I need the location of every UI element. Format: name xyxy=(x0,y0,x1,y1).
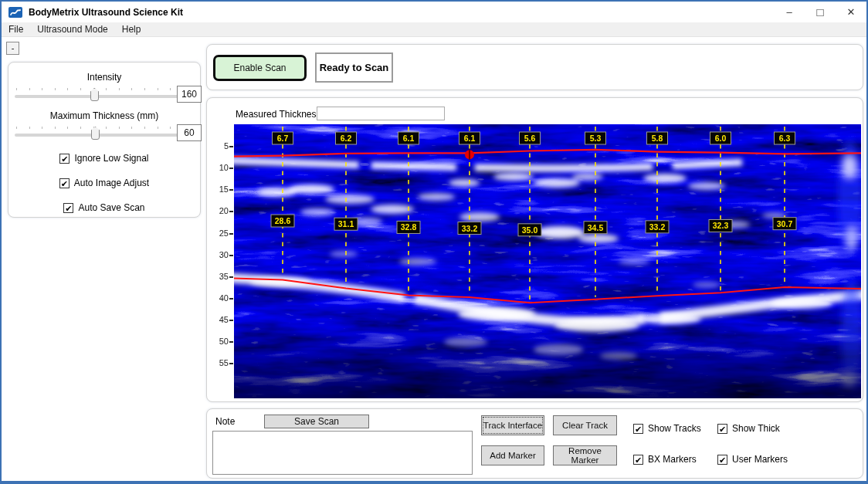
mid-thickness-label: 34.5 xyxy=(584,222,607,234)
checkbox-show-thick: ✔Show Thick xyxy=(717,418,788,438)
axis-tick-mark xyxy=(229,211,233,212)
note-label: Note xyxy=(215,416,235,427)
checkbox-show-thick-label: Show Thick xyxy=(732,423,780,434)
svg-text:32.8: 32.8 xyxy=(401,222,417,232)
svg-text:28.6: 28.6 xyxy=(275,216,291,225)
checkbox-auto-save-scan: ✔Auto Save Scan xyxy=(8,202,200,213)
checkbox-bx-markers-box[interactable]: ✔ xyxy=(633,455,643,465)
axis-tick-mark xyxy=(229,168,233,169)
axis-tick-label: 40 xyxy=(213,293,229,303)
measured-thickness-label: Measured Thickness xyxy=(236,109,321,120)
display-checkboxes: ✔Show Tracks✔Show Thick✔BX Markers✔User … xyxy=(633,418,788,469)
ultrasound-panel: Measured Thickness 510152025303540455055 xyxy=(206,97,863,402)
axis-tick-label: 20 xyxy=(213,206,229,215)
scan-control-panel: Enable Scan Ready to Scan xyxy=(206,44,863,90)
close-button[interactable]: ✕ xyxy=(836,2,866,22)
track-interface-button[interactable]: Track Interface xyxy=(481,415,544,435)
top-thickness-label: 6.0 xyxy=(710,132,731,144)
axis-tick-mark xyxy=(229,363,233,364)
axis-tick-label: 25 xyxy=(213,228,229,238)
svg-text:6.1: 6.1 xyxy=(464,134,476,143)
svg-text:6.2: 6.2 xyxy=(341,134,352,143)
app-window: BodyMetrix Ultrasound Science Kit – □ ✕ … xyxy=(0,0,868,484)
menu-file[interactable]: File xyxy=(2,22,30,36)
mid-thickness-label: 32.3 xyxy=(709,219,732,232)
svg-text:32.3: 32.3 xyxy=(713,221,729,230)
checkbox-user-markers-box[interactable]: ✔ xyxy=(717,455,727,465)
checkbox-auto-image-adjust-box[interactable]: ✔ xyxy=(59,178,70,188)
checkbox-ignore-low-signal-box[interactable]: ✔ xyxy=(59,154,70,164)
mid-thickness-label: 33.2 xyxy=(646,221,669,233)
collapse-panel-button[interactable]: - xyxy=(6,42,19,55)
minimize-button[interactable]: – xyxy=(774,2,805,22)
axis-tick-mark xyxy=(229,276,233,278)
checkbox-auto-image-adjust-label: Auto Image Adjust xyxy=(74,178,149,188)
mid-thickness-label: 35.0 xyxy=(518,224,541,236)
menu-ultrasound-mode[interactable]: Ultrasound Mode xyxy=(30,22,114,36)
top-thickness-label: 5.6 xyxy=(520,132,541,144)
checkbox-ignore-low-signal: ✔Ignore Low Signal xyxy=(8,153,200,164)
svg-text:33.2: 33.2 xyxy=(462,224,478,233)
top-thickness-label: 6.7 xyxy=(273,132,293,144)
checkbox-auto-save-scan-box[interactable]: ✔ xyxy=(63,203,73,213)
menu-help[interactable]: Help xyxy=(115,22,148,36)
enable-scan-button[interactable]: Enable Scan xyxy=(213,55,307,81)
note-and-tools-panel: Note Save Scan Track InterfaceClear Trac… xyxy=(206,408,863,479)
checkbox-show-tracks-box[interactable]: ✔ xyxy=(633,424,643,434)
intensity-slider-track[interactable] xyxy=(15,95,188,98)
svg-text:31.1: 31.1 xyxy=(338,219,354,228)
svg-text:33.2: 33.2 xyxy=(649,222,666,232)
note-input[interactable] xyxy=(212,431,473,475)
checkbox-auto-image-adjust: ✔Auto Image Adjust xyxy=(8,178,200,188)
mid-thickness-label: 31.1 xyxy=(334,218,358,230)
measured-thickness-input[interactable] xyxy=(317,107,445,120)
clear-track-button[interactable]: Clear Track xyxy=(553,415,617,435)
menu-bar: File Ultrasound Mode Help xyxy=(2,22,866,37)
svg-text:6.7: 6.7 xyxy=(277,134,289,143)
mid-thickness-label: 33.2 xyxy=(458,222,481,235)
axis-tick-label: 5 xyxy=(213,141,229,151)
svg-text:5.8: 5.8 xyxy=(652,134,663,143)
checkbox-show-tracks-label: Show Tracks xyxy=(648,423,701,434)
save-scan-button[interactable]: Save Scan xyxy=(264,415,369,428)
max-thickness-slider-track[interactable] xyxy=(15,134,188,137)
checkbox-user-markers-label: User Markers xyxy=(732,454,788,465)
svg-text:35.0: 35.0 xyxy=(522,225,538,235)
max-thickness-label: Maximum Thickness (mm) xyxy=(8,110,200,121)
axis-tick-mark xyxy=(229,189,233,191)
app-icon xyxy=(8,7,22,18)
checkbox-auto-save-scan-label: Auto Save Scan xyxy=(78,202,144,213)
ultrasound-image[interactable]: 6.76.26.16.15.65.35.86.06.328.631.132.83… xyxy=(234,124,861,398)
axis-tick-label: 30 xyxy=(213,250,229,259)
settings-checkboxes: ✔Ignore Low Signal✔Auto Image Adjust✔Aut… xyxy=(8,153,200,213)
checkbox-bx-markers-label: BX Markers xyxy=(648,454,697,465)
top-thickness-label: 6.1 xyxy=(398,132,419,144)
axis-tick-label: 35 xyxy=(213,272,229,281)
maximize-button[interactable]: □ xyxy=(805,2,836,22)
intensity-label: Intensity xyxy=(8,72,200,83)
svg-text:6.0: 6.0 xyxy=(715,134,727,143)
axis-tick-mark xyxy=(229,320,233,321)
checkbox-show-tracks: ✔Show Tracks xyxy=(633,418,707,438)
axis-tick-label: 10 xyxy=(213,163,229,172)
checkbox-show-thick-box[interactable]: ✔ xyxy=(717,424,727,434)
window-title: BodyMetrix Ultrasound Science Kit xyxy=(29,7,183,18)
axis-tick-label: 45 xyxy=(213,315,229,324)
top-thickness-label: 5.8 xyxy=(647,132,668,144)
svg-text:6.1: 6.1 xyxy=(403,134,415,143)
svg-text:5.6: 5.6 xyxy=(524,134,536,143)
axis-tick-label: 15 xyxy=(213,184,229,194)
axis-tick-mark xyxy=(229,255,233,256)
axis-tick-mark xyxy=(229,146,233,147)
settings-panel: Intensity 160 Maximum Thickness (mm) 60 … xyxy=(8,62,201,218)
axis-tick-label: 55 xyxy=(213,358,229,367)
checkbox-user-markers: ✔User Markers xyxy=(717,449,788,469)
intensity-value[interactable]: 160 xyxy=(177,86,202,103)
axis-tick-mark xyxy=(229,298,233,300)
add-marker-button[interactable]: Add Marker xyxy=(481,445,544,465)
checkbox-bx-markers: ✔BX Markers xyxy=(633,449,707,469)
top-thickness-label: 6.2 xyxy=(336,132,357,144)
svg-text:30.7: 30.7 xyxy=(777,219,793,228)
remove-marker-button[interactable]: Remove Marker xyxy=(553,445,617,465)
max-thickness-value[interactable]: 60 xyxy=(177,124,202,141)
